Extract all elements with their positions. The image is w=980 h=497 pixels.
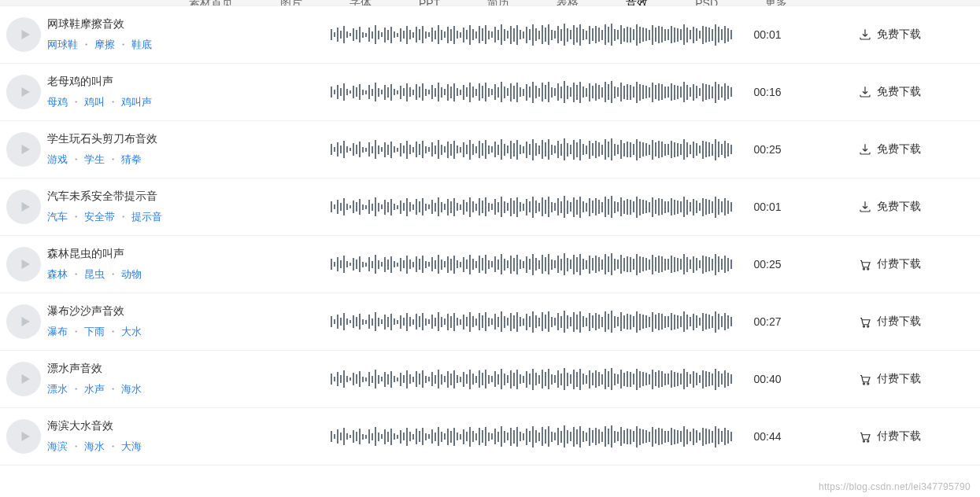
audio-row: 汽车未系安全带提示音汽车・安全带・提示音00:01免费下载 — [0, 179, 980, 236]
tag-separator: ・ — [81, 39, 91, 50]
tag-link[interactable]: 下雨 — [84, 326, 105, 337]
waveform[interactable] — [331, 252, 732, 276]
audio-tags: 网球鞋・摩擦・鞋底 — [47, 38, 315, 52]
cart-icon — [858, 429, 872, 444]
nav-item[interactable]: 简历 — [487, 0, 509, 6]
tag-link[interactable]: 海水 — [84, 440, 105, 452]
audio-list: 网球鞋摩擦音效网球鞋・摩擦・鞋底00:01免费下载老母鸡的叫声母鸡・鸡叫・鸡叫声… — [0, 6, 980, 466]
audio-title[interactable]: 汽车未系安全带提示音 — [47, 190, 315, 204]
free-download-button[interactable]: 免费下载 — [827, 85, 952, 99]
waveform[interactable] — [331, 195, 732, 219]
audio-row: 森林昆虫的叫声森林・昆虫・动物00:25付费下载 — [0, 236, 980, 293]
tag-link[interactable]: 大水 — [121, 326, 142, 337]
tag-link[interactable]: 猜拳 — [121, 153, 142, 165]
info-col: 学生玩石头剪刀布音效游戏・学生・猜拳 — [47, 132, 331, 167]
tag-link[interactable]: 动物 — [121, 268, 142, 280]
waveform-col — [331, 310, 708, 333]
waveform[interactable] — [331, 310, 732, 333]
top-nav: 素材首页图片字体PPT简历表格音效PSD更多 — [0, 0, 980, 6]
free-download-button[interactable]: 免费下载 — [827, 142, 952, 156]
tag-link[interactable]: 鸡叫声 — [121, 96, 152, 108]
audio-title[interactable]: 森林昆虫的叫声 — [47, 247, 315, 261]
tag-link[interactable]: 漂水 — [47, 383, 68, 395]
play-col — [0, 132, 47, 167]
tag-separator: ・ — [118, 211, 128, 223]
paid-download-button[interactable]: 付费下载 — [827, 257, 952, 271]
download-label: 免费下载 — [877, 28, 921, 42]
tag-link[interactable]: 大海 — [121, 440, 142, 452]
nav-item[interactable]: 音效 — [626, 0, 648, 6]
tag-link[interactable]: 瀑布 — [47, 326, 68, 337]
download-label: 付费下载 — [877, 372, 921, 386]
play-col — [0, 419, 47, 454]
duration: 00:01 — [708, 201, 827, 213]
waveform-col — [331, 367, 708, 391]
audio-tags: 漂水・水声・海水 — [47, 382, 315, 396]
audio-title[interactable]: 学生玩石头剪刀布音效 — [47, 132, 315, 146]
tag-link[interactable]: 昆虫 — [84, 268, 105, 280]
audio-row: 漂水声音效漂水・水声・海水00:40付费下载 — [0, 351, 980, 408]
free-download-button[interactable]: 免费下载 — [827, 200, 952, 214]
audio-title[interactable]: 网球鞋摩擦音效 — [47, 17, 315, 31]
tag-separator: ・ — [108, 96, 118, 108]
tag-link[interactable]: 鞋底 — [131, 39, 152, 50]
waveform[interactable] — [331, 138, 732, 161]
tag-link[interactable]: 摩擦 — [94, 39, 115, 50]
waveform[interactable] — [331, 23, 732, 46]
waveform[interactable] — [331, 425, 732, 448]
play-col — [0, 362, 47, 396]
tag-separator: ・ — [71, 96, 81, 108]
audio-tags: 母鸡・鸡叫・鸡叫声 — [47, 95, 315, 109]
audio-title[interactable]: 老母鸡的叫声 — [47, 75, 315, 89]
download-label: 免费下载 — [877, 200, 921, 214]
nav-item[interactable]: 表格 — [557, 0, 579, 6]
play-button[interactable] — [6, 419, 41, 454]
play-button[interactable] — [6, 362, 41, 396]
waveform[interactable] — [331, 80, 732, 104]
tag-link[interactable]: 提示音 — [131, 211, 162, 223]
svg-point-7 — [867, 440, 869, 442]
nav-item[interactable]: PPT — [419, 0, 440, 6]
tag-link[interactable]: 海水 — [121, 383, 142, 395]
play-button[interactable] — [6, 75, 41, 109]
audio-title[interactable]: 漂水声音效 — [47, 362, 315, 376]
tag-link[interactable]: 水声 — [84, 383, 105, 395]
nav-item[interactable]: 素材首页 — [189, 0, 233, 6]
audio-row: 老母鸡的叫声母鸡・鸡叫・鸡叫声00:16免费下载 — [0, 64, 980, 121]
tag-link[interactable]: 游戏 — [47, 153, 68, 165]
tag-separator: ・ — [71, 326, 81, 337]
tag-link[interactable]: 母鸡 — [47, 96, 68, 108]
nav-item[interactable]: 更多 — [765, 0, 787, 6]
svg-point-1 — [867, 268, 869, 270]
play-button[interactable] — [6, 17, 41, 52]
waveform-col — [331, 138, 708, 161]
play-icon — [18, 257, 32, 271]
paid-download-button[interactable]: 付费下载 — [827, 315, 952, 329]
nav-item[interactable]: 字体 — [349, 0, 372, 6]
audio-title[interactable]: 海滨大水音效 — [47, 419, 315, 433]
cart-icon — [858, 315, 872, 329]
tag-link[interactable]: 森林 — [47, 268, 68, 280]
duration: 00:16 — [708, 86, 827, 98]
tag-link[interactable]: 学生 — [84, 153, 105, 165]
tag-link[interactable]: 网球鞋 — [47, 39, 78, 50]
tag-link[interactable]: 海滨 — [47, 440, 68, 452]
waveform[interactable] — [331, 367, 732, 391]
info-col: 海滨大水音效海滨・海水・大海 — [47, 419, 331, 454]
tag-link[interactable]: 汽车 — [47, 211, 68, 223]
play-button[interactable] — [6, 304, 41, 339]
paid-download-button[interactable]: 付费下载 — [827, 429, 952, 444]
tag-link[interactable]: 安全带 — [84, 211, 115, 223]
play-button[interactable] — [6, 132, 41, 167]
tag-link[interactable]: 鸡叫 — [84, 96, 105, 108]
nav-item[interactable]: 图片 — [280, 0, 302, 6]
free-download-button[interactable]: 免费下载 — [827, 28, 952, 42]
audio-title[interactable]: 瀑布沙沙声音效 — [47, 304, 315, 318]
paid-download-button[interactable]: 付费下载 — [827, 372, 952, 386]
nav-item[interactable]: PSD — [695, 0, 718, 6]
tag-separator: ・ — [108, 326, 118, 337]
audio-row: 海滨大水音效海滨・海水・大海00:44付费下载 — [0, 408, 980, 466]
play-button[interactable] — [6, 190, 41, 224]
duration: 00:01 — [708, 28, 827, 41]
play-button[interactable] — [6, 247, 41, 282]
